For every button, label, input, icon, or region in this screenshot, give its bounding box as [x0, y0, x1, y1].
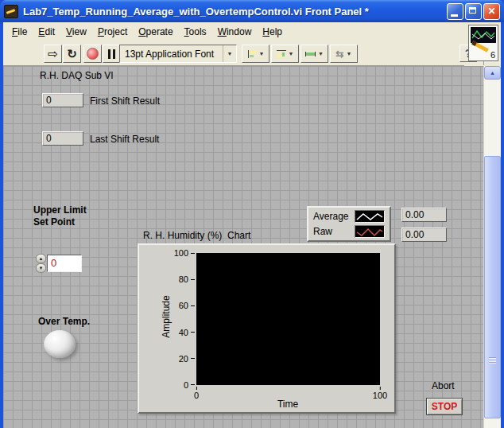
font-selector-value: 13pt Application Font	[120, 49, 223, 60]
toolbar: ⇨ ↻ 13pt Application Font ▼ ▼ ▼	[3, 41, 464, 66]
font-selector[interactable]: 13pt Application Font ▼	[119, 45, 237, 63]
raw-line-sample-icon[interactable]	[355, 225, 385, 238]
chevron-down-icon: ▼	[289, 51, 294, 56]
waveform-chart: 100806040200 0100 Amplitude Time	[138, 243, 396, 414]
daq-subvi-label: R.H. DAQ Sub VI	[40, 70, 114, 81]
legend-item-raw[interactable]: Raw	[313, 225, 385, 239]
x-tick: 0	[194, 387, 199, 400]
scrollbar-thumb[interactable]	[484, 156, 501, 418]
average-value-indicator: 0.00	[401, 208, 447, 222]
y-axis-label: Amplitude	[161, 295, 172, 337]
distribute-objects-button[interactable]: ▼	[271, 45, 299, 63]
legend-item-average[interactable]: Average	[313, 209, 385, 223]
labview-front-panel-window: Lab7_Temp_Running_Average_with_OvertempC…	[0, 0, 504, 428]
run-continuous-icon: ↻	[67, 48, 77, 60]
scroll-up-icon: ▲	[490, 70, 495, 76]
average-line-sample-icon[interactable]	[355, 210, 385, 223]
chevron-down-icon: ▼	[347, 51, 352, 56]
abort-label: Abort	[432, 380, 455, 391]
pause-button[interactable]	[103, 45, 121, 63]
numeric-spinner: ▲ ▼	[36, 254, 46, 273]
menu-item-help[interactable]: Help	[257, 25, 288, 39]
chevron-down-icon: ▼	[223, 45, 236, 62]
upper-limit-numeric-control[interactable]: ▲ ▼ 0	[36, 254, 82, 273]
vi-icon-number: 6	[490, 50, 495, 60]
scroll-up-button[interactable]: ▲	[484, 66, 501, 80]
resize-objects-button[interactable]: ▼	[300, 45, 328, 63]
chevron-down-icon: ▼	[318, 51, 324, 56]
labview-app-icon	[4, 5, 18, 18]
run-icon: ⇨	[48, 48, 58, 60]
close-button[interactable]	[483, 3, 500, 20]
maximize-button[interactable]	[465, 3, 482, 20]
minimize-button[interactable]	[447, 3, 463, 20]
legend-label: Raw	[313, 226, 332, 237]
y-tick: 80	[179, 274, 195, 284]
run-continuously-button[interactable]: ↻	[63, 45, 81, 63]
upper-limit-value-field[interactable]: 0	[47, 255, 82, 272]
over-temp-led-indicator	[44, 330, 76, 358]
run-button[interactable]: ⇨	[44, 45, 62, 63]
vi-icon-button[interactable]: 6	[468, 25, 498, 61]
decrement-button[interactable]: ▼	[36, 263, 46, 273]
last-shift-result-label: Last Shift Result	[90, 134, 159, 145]
menu-item-project[interactable]: Project	[92, 25, 133, 39]
menu-item-file[interactable]: File	[6, 25, 33, 39]
y-tick: 100	[174, 248, 195, 258]
last-shift-result-indicator: 0	[42, 131, 83, 146]
menu-item-operate[interactable]: Operate	[133, 25, 178, 39]
y-tick: 40	[179, 328, 195, 337]
align-objects-icon	[247, 50, 257, 58]
y-tick: 0	[184, 380, 195, 390]
window-body: FileEditViewProjectOperateToolsWindowHel…	[3, 22, 501, 428]
chevron-down-icon: ▼	[259, 51, 265, 56]
scrollbar-grip	[489, 357, 496, 364]
plot-legend: Average Raw	[307, 206, 391, 242]
x-tick: 100	[373, 387, 387, 400]
reorder-objects-button[interactable]: ⇆ ▼	[330, 45, 358, 63]
menu-bar: FileEditViewProjectOperateToolsWindowHel…	[3, 22, 464, 41]
align-objects-button[interactable]: ▼	[242, 45, 269, 63]
increment-button[interactable]: ▲	[36, 254, 46, 263]
distribute-objects-icon	[277, 50, 286, 58]
chart-plot-area	[196, 253, 380, 385]
chart-title: R. H. Humidity (%) Chart	[143, 230, 250, 241]
y-tick: 60	[179, 301, 195, 310]
legend-label: Average	[313, 211, 348, 222]
over-temp-label: Over Temp.	[38, 316, 90, 327]
pause-icon	[108, 49, 115, 59]
first-shift-result-indicator: 0	[42, 93, 83, 107]
title-bar[interactable]: Lab7_Temp_Running_Average_with_OvertempC…	[0, 0, 504, 22]
reorder-icon: ⇆	[336, 50, 344, 58]
menu-item-view[interactable]: View	[60, 25, 92, 39]
raw-value-indicator: 0.00	[401, 228, 447, 242]
x-axis-label: Time	[277, 399, 298, 410]
abort-execution-button[interactable]	[83, 45, 102, 63]
menu-item-window[interactable]: Window	[212, 25, 258, 39]
upper-limit-set-point-label: Upper Limit Set Point	[33, 204, 87, 228]
window-title: Lab7_Temp_Running_Average_with_OvertempC…	[23, 6, 445, 18]
resize-objects-icon	[305, 50, 316, 58]
menu-item-tools[interactable]: Tools	[179, 25, 212, 39]
vertical-scrollbar[interactable]: ▲	[483, 66, 501, 428]
y-tick: 20	[179, 354, 195, 364]
first-shift-result-label: First Shift Result	[90, 95, 160, 107]
menu-item-edit[interactable]: Edit	[33, 25, 60, 39]
abort-icon	[87, 48, 99, 60]
stop-button[interactable]: STOP	[426, 398, 463, 415]
front-panel: R.H. DAQ Sub VI 0 First Shift Result 0 L…	[3, 66, 484, 428]
